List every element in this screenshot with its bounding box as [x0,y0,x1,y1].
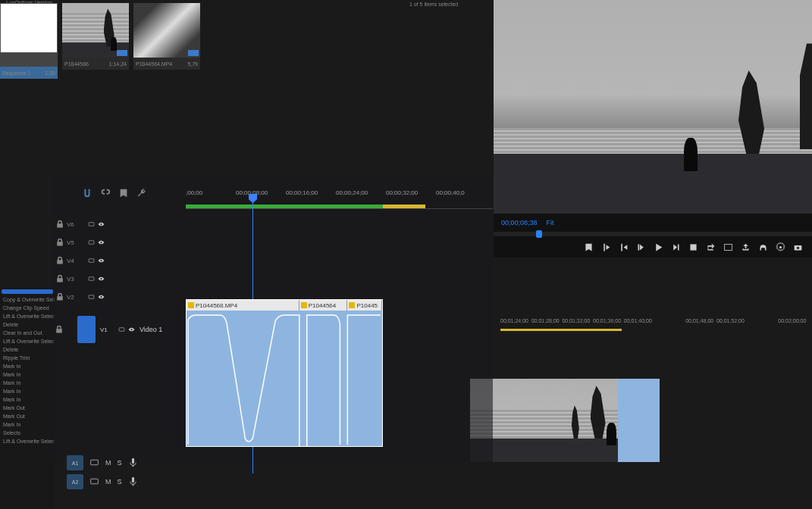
lower-work-area[interactable] [500,329,622,331]
fx-badge-icon[interactable] [301,302,307,308]
menu-item[interactable]: Mark In [0,395,55,404]
clip-segment[interactable]: P1044568.MP4 [187,300,299,311]
clip-header-row: P1044568.MP4 P1044564 P10445 [187,300,382,311]
clip-segment[interactable]: P1044564 [299,300,348,311]
mute-button[interactable]: M [105,459,111,467]
step-fwd-icon[interactable] [671,242,681,252]
camera-icon[interactable] [793,242,803,252]
solo-button[interactable]: S [118,478,122,486]
menu-item[interactable]: Ripple Trim [0,354,55,362]
time-remap-curve[interactable] [187,311,382,446]
track-v5[interactable]: V5 [53,235,493,250]
eye-icon[interactable] [98,292,105,302]
eye-icon[interactable] [98,219,105,230]
track-v6[interactable]: V6 [53,217,493,232]
audio-source-patch[interactable]: A2 [67,474,83,489]
track-label: V6 [67,221,88,228]
in-icon[interactable] [601,242,611,252]
target-icon[interactable] [118,324,125,335]
track-label: V3 [67,276,88,283]
menu-item[interactable]: Delete [0,345,55,354]
track-a2[interactable]: A2 M S [67,473,138,490]
eye-icon[interactable] [128,324,135,335]
menu-item[interactable]: Mark Out [0,404,55,412]
track-source-patch[interactable] [77,316,96,343]
menu-item[interactable]: Mark Out [0,412,55,420]
project-thumb[interactable]: Sequence 11:20 [0,3,58,83]
fx-badge-icon[interactable] [349,302,355,308]
loop-icon[interactable] [706,242,716,252]
lock-icon[interactable] [53,274,67,283]
menu-item[interactable]: Lift & Overwrite Selection [0,337,55,345]
target-icon[interactable] [89,476,99,486]
eye-icon[interactable] [98,237,105,248]
program-timecode[interactable]: 00;00;08;38 [501,219,538,226]
clip-segment[interactable]: P10445 [347,300,382,311]
target-icon[interactable] [88,292,95,302]
marker-tool-icon[interactable] [118,188,129,200]
program-fit[interactable]: Fit [547,219,554,226]
panel-slider[interactable] [2,289,53,294]
marker-icon[interactable] [584,242,594,252]
menu-item[interactable]: Mark In [0,387,55,395]
snap-icon[interactable] [82,188,92,200]
solo-button[interactable]: S [118,459,122,467]
mic-icon[interactable] [128,457,138,467]
stop-icon[interactable] [688,242,698,252]
menu-item[interactable]: Mark In [0,420,55,429]
audio-source-patch[interactable]: A1 [67,455,83,470]
lock-icon[interactable] [53,220,67,229]
headphones-icon[interactable] [758,242,768,252]
mic-icon[interactable] [128,476,138,486]
lock-icon[interactable] [53,238,67,247]
program-scrubber[interactable] [494,232,812,236]
program-canvas[interactable] [494,0,812,214]
wrench-icon[interactable] [136,188,147,200]
target-icon[interactable] [88,255,95,266]
target-icon[interactable] [88,273,95,284]
menu-item[interactable]: Mark In [0,379,55,387]
menu-item[interactable]: Change Clip Speed [0,304,55,312]
playhead-handle[interactable] [249,194,257,203]
ruler-tick: 00;00;24;00 [336,189,368,196]
menu-item[interactable]: Lift & Overwrite Selection [0,312,55,320]
fx-badge-icon[interactable] [188,302,194,308]
track-a1[interactable]: A1 M S [67,454,138,471]
play-icon[interactable] [654,242,663,252]
settings-icon[interactable] [776,242,785,252]
menu-item[interactable]: Lift & Overwrite Selection [0,437,55,445]
lock-icon[interactable] [55,325,64,334]
menu-item[interactable]: Mark In [0,362,55,370]
work-area-yellow[interactable] [383,205,425,208]
track-v3[interactable]: V3 [53,271,493,286]
target-icon[interactable] [88,219,95,230]
thumb-dur: 1:14,24 [109,61,127,67]
timeline-clips[interactable]: P1044568.MP4 P1044564 P10445 [186,299,383,447]
target-icon[interactable] [89,457,99,467]
project-thumb[interactable]: P1044564.MP45,79 [133,3,200,83]
export-icon[interactable] [741,242,751,252]
scrub-knob[interactable] [536,230,542,238]
menu-item[interactable]: Copy & Overwrite Selection [0,295,55,304]
track-v4[interactable]: V4 [53,253,493,268]
track-v1[interactable]: V1 Video 1 [53,314,162,345]
lock-icon[interactable] [53,292,67,301]
safe-icon[interactable] [723,242,733,252]
menu-item[interactable]: Delete [0,320,55,329]
lock-icon[interactable] [53,256,67,265]
link-icon[interactable] [100,188,111,200]
project-thumb[interactable]: P10445661:14,24 [62,3,129,83]
svg-point-4 [797,246,799,248]
source-clip-selection[interactable] [618,379,660,462]
step-back-icon[interactable] [636,242,646,252]
mute-button[interactable]: M [105,478,111,486]
menu-item[interactable]: Mark In [0,370,55,379]
out-icon[interactable] [619,242,629,252]
target-icon[interactable] [88,237,95,248]
timeline-ruler[interactable]: ;00;00 00;00;08;00 00;00;16;00 00;00;24;… [186,189,493,209]
svg-rect-6 [89,241,94,245]
work-area-green[interactable] [186,205,383,208]
menu-item[interactable]: Clear In and Out [0,329,55,337]
menu-item[interactable]: Selects [0,429,55,437]
eye-icon[interactable] [98,255,105,266]
